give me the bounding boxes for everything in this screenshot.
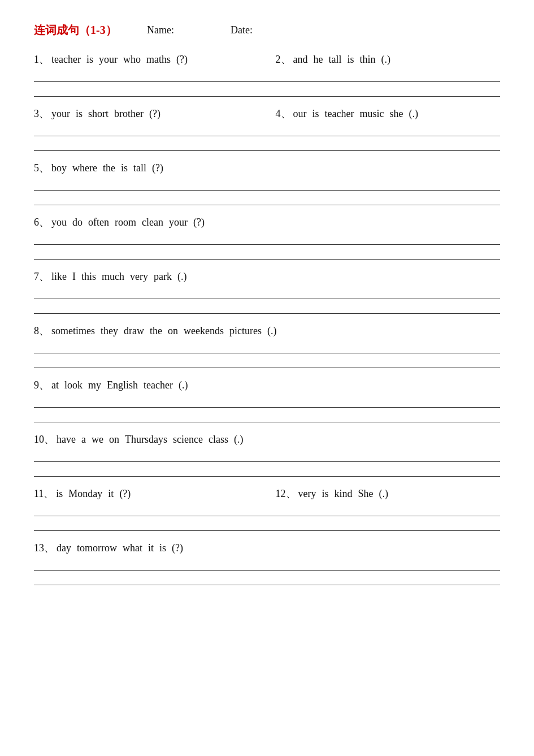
answer-lines-13[interactable]	[34, 557, 500, 585]
word: teacher	[144, 379, 173, 391]
q-num-13: 13、	[34, 541, 54, 555]
word: much	[102, 271, 124, 283]
answer-line[interactable]	[34, 231, 500, 245]
q-num-6: 6、	[34, 215, 49, 229]
word: where	[72, 162, 97, 174]
q-words-left-1-2: teacherisyourwhomaths(?)	[51, 54, 188, 66]
word: is	[159, 542, 166, 554]
word: (.)	[267, 325, 277, 337]
question-row-7: 7、likeIthismuchverypark(.)	[34, 265, 500, 286]
question-block-10: 10、haveaweonThursdaysscienceclass(.)	[34, 428, 500, 477]
word: (.)	[379, 488, 389, 500]
answer-line[interactable]	[34, 340, 500, 353]
answer-line[interactable]	[34, 355, 500, 368]
word: your	[99, 54, 118, 66]
word: is	[86, 54, 93, 66]
word: (?)	[152, 162, 163, 174]
page-title: 连词成句（1-3）	[34, 23, 147, 38]
answer-lines-9[interactable]	[34, 394, 500, 422]
word: pictures	[229, 325, 262, 337]
answer-lines-7[interactable]	[34, 286, 500, 314]
answer-line[interactable]	[34, 123, 500, 136]
question-text-right-3-4: 4、ouristeachermusicshe(.)	[276, 102, 501, 123]
question-block-6: 6、youdooftenroomcleanyour(?)	[34, 211, 500, 260]
answer-line[interactable]	[34, 137, 500, 151]
answer-line[interactable]	[34, 394, 500, 408]
question-text-left-3-4: 3、yourisshortbrother(?)	[34, 102, 259, 123]
q-num-10: 10、	[34, 433, 54, 446]
question-block-5: 5、boywheretheistall(?)	[34, 157, 500, 205]
word: class	[209, 434, 228, 446]
question-row-1-2: 1、teacherisyourwhomaths(?)2、andhetallist…	[34, 48, 500, 68]
word: she	[389, 108, 403, 120]
word: a	[81, 434, 86, 446]
word: (.)	[409, 108, 418, 120]
question-row-11-12: 11、isMondayit(?)12、veryiskindShe(.)	[34, 482, 500, 503]
word: brother	[114, 108, 144, 120]
q-words-7: likeIthismuchverypark(.)	[51, 271, 186, 283]
q-words-8: sometimestheydrawtheonweekendspictures(.…	[51, 325, 276, 337]
question-text-left-11-12: 11、isMondayit(?)	[34, 482, 259, 503]
word: like	[51, 271, 67, 283]
q-words-13: daytomorrowwhatitis(?)	[57, 542, 183, 554]
word: room	[115, 217, 136, 228]
word: (?)	[149, 108, 160, 120]
word: your	[51, 108, 70, 120]
answer-line[interactable]	[34, 192, 500, 205]
q-num-right-3-4: 4、	[276, 107, 291, 120]
word: is	[76, 108, 83, 120]
answer-lines-3-4[interactable]	[34, 123, 500, 151]
word: on	[109, 434, 119, 446]
question-block-11-12: 11、isMondayit(?)12、veryiskindShe(.)	[34, 482, 500, 531]
answer-lines-6[interactable]	[34, 231, 500, 260]
word: look	[64, 379, 83, 391]
word: kind	[335, 488, 353, 500]
answer-line[interactable]	[34, 517, 500, 531]
answer-lines-11-12[interactable]	[34, 503, 500, 531]
word: sometimes	[51, 325, 95, 337]
question-block-3-4: 3、yourisshortbrother(?)4、ouristeachermus…	[34, 102, 500, 151]
question-row-8: 8、sometimestheydrawtheonweekendspictures…	[34, 319, 500, 340]
answer-lines-8[interactable]	[34, 340, 500, 368]
word: English	[107, 379, 138, 391]
question-row-9: 9、atlookmyEnglishteacher(.)	[34, 374, 500, 394]
word: is	[121, 162, 128, 174]
word: tall	[329, 54, 342, 66]
col-right-1-2: 2、andhetallisthin(.)	[276, 48, 501, 68]
answer-lines-10[interactable]	[34, 448, 500, 477]
answer-line[interactable]	[34, 409, 500, 422]
word: maths	[146, 54, 171, 66]
question-text-left-1-2: 1、teacherisyourwhomaths(?)	[34, 48, 259, 68]
word: very	[298, 488, 316, 500]
answer-lines-5[interactable]	[34, 177, 500, 205]
col-right-11-12: 12、veryiskindShe(.)	[276, 482, 501, 503]
word: short	[88, 108, 108, 120]
answer-line[interactable]	[34, 246, 500, 260]
answer-line[interactable]	[34, 68, 500, 82]
answer-lines-1-2[interactable]	[34, 68, 500, 97]
question-text-right-11-12: 12、veryiskindShe(.)	[276, 482, 501, 503]
answer-line[interactable]	[34, 463, 500, 477]
word: who	[123, 54, 141, 66]
q-num-left-11-12: 11、	[34, 487, 54, 500]
answer-line[interactable]	[34, 300, 500, 314]
word: we	[92, 434, 103, 446]
word: teacher	[325, 108, 354, 120]
q-words-5: boywheretheistall(?)	[51, 162, 163, 174]
word: teacher	[51, 54, 81, 66]
word: our	[293, 108, 307, 120]
word: tomorrow	[77, 542, 117, 554]
answer-line[interactable]	[34, 177, 500, 191]
answer-line[interactable]	[34, 557, 500, 571]
word: your	[169, 217, 188, 228]
answer-line[interactable]	[34, 83, 500, 97]
answer-line[interactable]	[34, 503, 500, 516]
question-row-13: 13、daytomorrowwhatitis(?)	[34, 537, 500, 557]
word: it	[148, 542, 154, 554]
word: weekends	[184, 325, 224, 337]
word: tall	[133, 162, 146, 174]
answer-line[interactable]	[34, 448, 500, 462]
answer-line[interactable]	[34, 572, 500, 585]
answer-line[interactable]	[34, 286, 500, 299]
question-row-6: 6、youdooftenroomcleanyour(?)	[34, 211, 500, 231]
